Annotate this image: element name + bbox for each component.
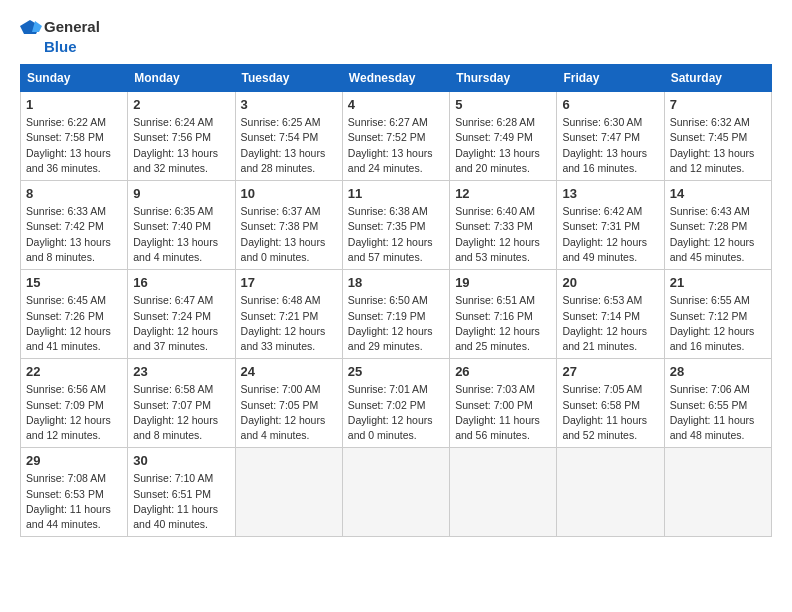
day-info: Sunrise: 6:37 AM Sunset: 7:38 PM Dayligh…	[241, 204, 337, 265]
day-info: Sunrise: 6:40 AM Sunset: 7:33 PM Dayligh…	[455, 204, 551, 265]
day-number: 22	[26, 363, 122, 381]
calendar-cell: 2Sunrise: 6:24 AM Sunset: 7:56 PM Daylig…	[128, 92, 235, 181]
day-info: Sunrise: 6:35 AM Sunset: 7:40 PM Dayligh…	[133, 204, 229, 265]
calendar-cell: 16Sunrise: 6:47 AM Sunset: 7:24 PM Dayli…	[128, 270, 235, 359]
calendar-cell: 29Sunrise: 7:08 AM Sunset: 6:53 PM Dayli…	[21, 448, 128, 537]
page: General Blue SundayMondayTuesdayWednesda…	[0, 0, 792, 612]
calendar-cell: 25Sunrise: 7:01 AM Sunset: 7:02 PM Dayli…	[342, 359, 449, 448]
day-info: Sunrise: 7:08 AM Sunset: 6:53 PM Dayligh…	[26, 471, 122, 532]
calendar-cell: 11Sunrise: 6:38 AM Sunset: 7:35 PM Dayli…	[342, 181, 449, 270]
calendar-cell: 23Sunrise: 6:58 AM Sunset: 7:07 PM Dayli…	[128, 359, 235, 448]
calendar-cell: 10Sunrise: 6:37 AM Sunset: 7:38 PM Dayli…	[235, 181, 342, 270]
day-number: 19	[455, 274, 551, 292]
calendar-cell: 15Sunrise: 6:45 AM Sunset: 7:26 PM Dayli…	[21, 270, 128, 359]
day-number: 23	[133, 363, 229, 381]
calendar-cell: 13Sunrise: 6:42 AM Sunset: 7:31 PM Dayli…	[557, 181, 664, 270]
calendar-cell	[557, 448, 664, 537]
calendar-cell: 7Sunrise: 6:32 AM Sunset: 7:45 PM Daylig…	[664, 92, 771, 181]
day-number: 30	[133, 452, 229, 470]
calendar-cell: 3Sunrise: 6:25 AM Sunset: 7:54 PM Daylig…	[235, 92, 342, 181]
header-sunday: Sunday	[21, 65, 128, 92]
day-info: Sunrise: 6:42 AM Sunset: 7:31 PM Dayligh…	[562, 204, 658, 265]
day-number: 26	[455, 363, 551, 381]
calendar-cell: 5Sunrise: 6:28 AM Sunset: 7:49 PM Daylig…	[450, 92, 557, 181]
calendar-cell: 27Sunrise: 7:05 AM Sunset: 6:58 PM Dayli…	[557, 359, 664, 448]
day-number: 16	[133, 274, 229, 292]
week-row-4: 22Sunrise: 6:56 AM Sunset: 7:09 PM Dayli…	[21, 359, 772, 448]
day-info: Sunrise: 6:32 AM Sunset: 7:45 PM Dayligh…	[670, 115, 766, 176]
header-wednesday: Wednesday	[342, 65, 449, 92]
calendar-cell: 8Sunrise: 6:33 AM Sunset: 7:42 PM Daylig…	[21, 181, 128, 270]
day-number: 9	[133, 185, 229, 203]
day-number: 13	[562, 185, 658, 203]
calendar-cell: 26Sunrise: 7:03 AM Sunset: 7:00 PM Dayli…	[450, 359, 557, 448]
day-info: Sunrise: 6:45 AM Sunset: 7:26 PM Dayligh…	[26, 293, 122, 354]
logo-general: General	[44, 18, 100, 36]
day-number: 11	[348, 185, 444, 203]
calendar-cell: 6Sunrise: 6:30 AM Sunset: 7:47 PM Daylig…	[557, 92, 664, 181]
week-row-2: 8Sunrise: 6:33 AM Sunset: 7:42 PM Daylig…	[21, 181, 772, 270]
calendar-cell: 14Sunrise: 6:43 AM Sunset: 7:28 PM Dayli…	[664, 181, 771, 270]
day-number: 4	[348, 96, 444, 114]
day-info: Sunrise: 6:47 AM Sunset: 7:24 PM Dayligh…	[133, 293, 229, 354]
week-row-3: 15Sunrise: 6:45 AM Sunset: 7:26 PM Dayli…	[21, 270, 772, 359]
logo-blue: Blue	[44, 38, 77, 56]
calendar-cell: 30Sunrise: 7:10 AM Sunset: 6:51 PM Dayli…	[128, 448, 235, 537]
calendar-cell	[235, 448, 342, 537]
day-info: Sunrise: 7:03 AM Sunset: 7:00 PM Dayligh…	[455, 382, 551, 443]
day-number: 27	[562, 363, 658, 381]
day-info: Sunrise: 7:00 AM Sunset: 7:05 PM Dayligh…	[241, 382, 337, 443]
day-info: Sunrise: 6:51 AM Sunset: 7:16 PM Dayligh…	[455, 293, 551, 354]
day-info: Sunrise: 6:24 AM Sunset: 7:56 PM Dayligh…	[133, 115, 229, 176]
day-number: 15	[26, 274, 122, 292]
day-info: Sunrise: 6:56 AM Sunset: 7:09 PM Dayligh…	[26, 382, 122, 443]
day-info: Sunrise: 6:30 AM Sunset: 7:47 PM Dayligh…	[562, 115, 658, 176]
day-info: Sunrise: 6:22 AM Sunset: 7:58 PM Dayligh…	[26, 115, 122, 176]
day-info: Sunrise: 6:28 AM Sunset: 7:49 PM Dayligh…	[455, 115, 551, 176]
day-info: Sunrise: 7:05 AM Sunset: 6:58 PM Dayligh…	[562, 382, 658, 443]
week-row-1: 1Sunrise: 6:22 AM Sunset: 7:58 PM Daylig…	[21, 92, 772, 181]
day-info: Sunrise: 7:06 AM Sunset: 6:55 PM Dayligh…	[670, 382, 766, 443]
day-info: Sunrise: 6:58 AM Sunset: 7:07 PM Dayligh…	[133, 382, 229, 443]
header-thursday: Thursday	[450, 65, 557, 92]
day-info: Sunrise: 6:33 AM Sunset: 7:42 PM Dayligh…	[26, 204, 122, 265]
header-monday: Monday	[128, 65, 235, 92]
day-number: 18	[348, 274, 444, 292]
calendar-cell	[342, 448, 449, 537]
day-number: 7	[670, 96, 766, 114]
day-number: 25	[348, 363, 444, 381]
day-number: 5	[455, 96, 551, 114]
calendar-cell: 24Sunrise: 7:00 AM Sunset: 7:05 PM Dayli…	[235, 359, 342, 448]
day-info: Sunrise: 7:10 AM Sunset: 6:51 PM Dayligh…	[133, 471, 229, 532]
logo: General Blue	[20, 16, 100, 56]
day-number: 8	[26, 185, 122, 203]
day-number: 3	[241, 96, 337, 114]
day-number: 28	[670, 363, 766, 381]
header-tuesday: Tuesday	[235, 65, 342, 92]
calendar-cell: 9Sunrise: 6:35 AM Sunset: 7:40 PM Daylig…	[128, 181, 235, 270]
day-info: Sunrise: 6:55 AM Sunset: 7:12 PM Dayligh…	[670, 293, 766, 354]
day-number: 17	[241, 274, 337, 292]
calendar-cell	[450, 448, 557, 537]
calendar-cell: 22Sunrise: 6:56 AM Sunset: 7:09 PM Dayli…	[21, 359, 128, 448]
day-info: Sunrise: 6:53 AM Sunset: 7:14 PM Dayligh…	[562, 293, 658, 354]
logo-bird-icon	[20, 16, 42, 38]
calendar-cell: 18Sunrise: 6:50 AM Sunset: 7:19 PM Dayli…	[342, 270, 449, 359]
day-info: Sunrise: 7:01 AM Sunset: 7:02 PM Dayligh…	[348, 382, 444, 443]
day-number: 12	[455, 185, 551, 203]
calendar-cell: 21Sunrise: 6:55 AM Sunset: 7:12 PM Dayli…	[664, 270, 771, 359]
calendar-cell	[664, 448, 771, 537]
calendar-cell: 17Sunrise: 6:48 AM Sunset: 7:21 PM Dayli…	[235, 270, 342, 359]
calendar-cell: 1Sunrise: 6:22 AM Sunset: 7:58 PM Daylig…	[21, 92, 128, 181]
day-number: 21	[670, 274, 766, 292]
calendar-cell: 19Sunrise: 6:51 AM Sunset: 7:16 PM Dayli…	[450, 270, 557, 359]
day-number: 29	[26, 452, 122, 470]
day-number: 24	[241, 363, 337, 381]
day-info: Sunrise: 6:43 AM Sunset: 7:28 PM Dayligh…	[670, 204, 766, 265]
header-friday: Friday	[557, 65, 664, 92]
calendar-header-row: SundayMondayTuesdayWednesdayThursdayFrid…	[21, 65, 772, 92]
day-number: 1	[26, 96, 122, 114]
calendar-table: SundayMondayTuesdayWednesdayThursdayFrid…	[20, 64, 772, 537]
week-row-5: 29Sunrise: 7:08 AM Sunset: 6:53 PM Dayli…	[21, 448, 772, 537]
calendar-cell: 4Sunrise: 6:27 AM Sunset: 7:52 PM Daylig…	[342, 92, 449, 181]
